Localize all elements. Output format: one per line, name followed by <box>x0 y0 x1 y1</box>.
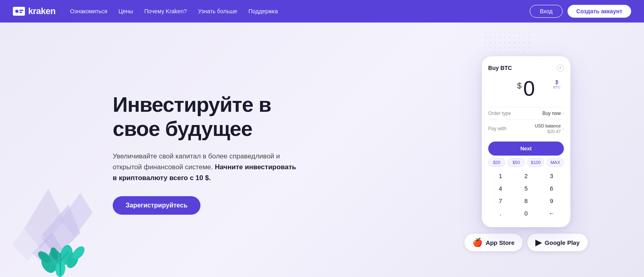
login-button[interactable]: Вход <box>530 5 563 18</box>
googleplay-label: Google Play <box>545 239 580 246</box>
logo-text: kraken <box>28 6 56 16</box>
svg-rect-0 <box>13 7 25 16</box>
numpad: 1 2 3 4 5 6 7 8 9 . 0 ← <box>488 170 564 219</box>
numpad-2[interactable]: 2 <box>514 170 538 182</box>
numpad-1[interactable]: 1 <box>488 170 513 182</box>
logo[interactable]: kraken <box>13 6 56 16</box>
order-type-label: Order type <box>488 111 511 116</box>
svg-rect-3 <box>19 12 22 13</box>
numpad-4[interactable]: 4 <box>488 183 513 194</box>
phone-pay-with-row[interactable]: Pay with USD balance $20.47 › <box>488 119 564 138</box>
apple-icon: 🍎 <box>473 238 483 247</box>
pay-with-balance: $20.47 <box>547 129 561 134</box>
btc-icon: ₿ <box>555 80 558 85</box>
numpad-7[interactable]: 7 <box>488 195 513 207</box>
quick-amounts: $20 $50 $100 MAX <box>488 158 564 167</box>
phone-next-button[interactable]: Next <box>488 142 564 156</box>
register-button[interactable]: Зарегистрируйтесь <box>113 196 200 215</box>
btc-label: BTC <box>553 85 561 89</box>
svg-point-1 <box>15 10 19 13</box>
signup-button[interactable]: Создать аккаунт <box>568 5 631 18</box>
googleplay-button[interactable]: ▶ Google Play <box>527 234 588 251</box>
quick-amount-100[interactable]: $100 <box>527 158 545 167</box>
pay-with-label: Pay with <box>488 126 506 131</box>
phone-order-type-row[interactable]: Order type Buy now › <box>488 107 564 119</box>
numpad-3[interactable]: 3 <box>539 170 564 182</box>
svg-rect-2 <box>19 10 23 11</box>
nav-left: kraken Ознакомиться Цены Почему Kraken? … <box>13 6 278 16</box>
phone-header: Buy BTC × <box>488 64 564 72</box>
pay-with-name: USD balance <box>535 123 561 128</box>
order-type-value: Buy now › <box>542 111 564 116</box>
nav-right: Вход Создать аккаунт <box>530 5 631 18</box>
hero-section: Инвестируйте в свое будущее Увеличивайте… <box>0 23 644 277</box>
nav-link-more[interactable]: Узнать больше <box>198 8 237 14</box>
quick-amount-max[interactable]: MAX <box>547 158 564 167</box>
nav-link-prices[interactable]: Цены <box>119 8 133 14</box>
appstore-button[interactable]: 🍎 App Store <box>464 234 523 251</box>
store-buttons: 🍎 App Store ▶ Google Play <box>464 234 588 251</box>
appstore-label: App Store <box>486 239 515 246</box>
order-type-chevron: › <box>562 111 564 115</box>
numpad-6[interactable]: 6 <box>539 183 564 194</box>
phone-mockup: Buy BTC × $ 0 ₿ BTC Order type Buy now › <box>482 56 570 228</box>
googleplay-icon: ▶ <box>535 238 541 247</box>
numpad-5[interactable]: 5 <box>514 183 538 194</box>
phone-currency-symbol: $ <box>517 81 522 90</box>
nav-links: Ознакомиться Цены Почему Kraken? Узнать … <box>70 8 278 14</box>
hero-title: Инвестируйте в свое будущее <box>113 93 298 141</box>
nav-link-support[interactable]: Поддержка <box>248 8 278 14</box>
hero-right: Buy BTC × $ 0 ₿ BTC Order type Buy now › <box>464 56 588 252</box>
pay-with-value: USD balance $20.47 › <box>535 123 564 135</box>
numpad-0[interactable]: 0 <box>514 207 538 219</box>
phone-btc-indicator: ₿ BTC <box>553 80 561 89</box>
logo-icon <box>13 7 25 16</box>
left-illustration <box>0 108 113 277</box>
numpad-8[interactable]: 8 <box>514 195 538 207</box>
numpad-dot[interactable]: . <box>488 207 513 219</box>
numpad-9[interactable]: 9 <box>539 195 564 207</box>
phone-close-button[interactable]: × <box>557 64 564 72</box>
quick-amount-50[interactable]: $50 <box>508 158 525 167</box>
phone-title: Buy BTC <box>488 65 512 71</box>
numpad-backspace[interactable]: ← <box>539 207 564 219</box>
quick-amount-20[interactable]: $20 <box>488 158 506 167</box>
nav-link-why[interactable]: Почему Kraken? <box>144 8 187 14</box>
hero-content: Инвестируйте в свое будущее Увеличивайте… <box>113 93 298 215</box>
pay-with-chevron: › <box>562 127 564 131</box>
phone-amount-display: $ 0 ₿ BTC <box>488 78 564 99</box>
nav-link-learn[interactable]: Ознакомиться <box>70 8 107 14</box>
navbar: kraken Ознакомиться Цены Почему Kraken? … <box>0 0 644 23</box>
hero-description: Увеличивайте свой капитал в более справе… <box>113 151 298 184</box>
phone-amount-value: 0 <box>523 78 535 99</box>
